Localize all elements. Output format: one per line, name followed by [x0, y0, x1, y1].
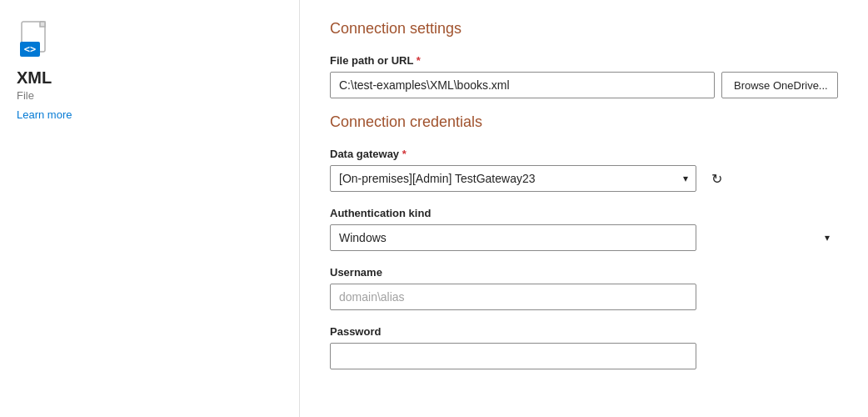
- file-path-input[interactable]: [330, 72, 715, 98]
- xml-file-icon: <>: [17, 20, 57, 60]
- file-path-label: File path or URL *: [330, 54, 838, 67]
- auth-kind-select-wrapper: Windows Basic Anonymous ▾: [330, 224, 838, 251]
- auth-kind-label: Authentication kind: [330, 207, 838, 219]
- data-gateway-row: [On-premises][Admin] TestGateway23 (none…: [330, 165, 838, 192]
- refresh-icon: ↻: [711, 171, 722, 187]
- password-label: Password: [330, 325, 838, 338]
- sidebar-subtitle: File: [17, 89, 34, 102]
- username-input[interactable]: [330, 284, 696, 310]
- svg-text:<>: <>: [24, 43, 36, 55]
- learn-more-link[interactable]: Learn more: [17, 108, 72, 121]
- browse-onedrive-button[interactable]: Browse OneDrive...: [721, 72, 838, 98]
- password-input[interactable]: [330, 343, 696, 369]
- data-gateway-select-wrapper: [On-premises][Admin] TestGateway23 (none…: [330, 165, 696, 192]
- data-gateway-required: *: [402, 148, 407, 160]
- connection-credentials-title: Connection credentials: [330, 113, 838, 131]
- sidebar-title: XML: [17, 68, 52, 88]
- auth-kind-select[interactable]: Windows Basic Anonymous: [330, 224, 696, 251]
- refresh-gateway-button[interactable]: ↻: [703, 165, 730, 192]
- password-group: Password: [330, 325, 838, 369]
- data-gateway-select[interactable]: [On-premises][Admin] TestGateway23 (none…: [330, 165, 696, 192]
- sidebar: <> XML File Learn more: [0, 0, 300, 417]
- main-content: Connection settings File path or URL * B…: [300, 0, 868, 417]
- auth-kind-group: Authentication kind Windows Basic Anonym…: [330, 207, 838, 251]
- data-gateway-label: Data gateway *: [330, 148, 838, 160]
- connection-settings-section: Connection settings File path or URL * B…: [330, 20, 838, 98]
- file-path-group: File path or URL * Browse OneDrive...: [330, 54, 838, 98]
- username-label: Username: [330, 266, 838, 279]
- username-group: Username: [330, 266, 838, 310]
- connection-settings-title: Connection settings: [330, 20, 838, 38]
- file-path-row: Browse OneDrive...: [330, 72, 838, 98]
- data-gateway-group: Data gateway * [On-premises][Admin] Test…: [330, 148, 838, 192]
- file-path-required: *: [417, 54, 421, 67]
- auth-kind-chevron-icon: ▾: [825, 232, 830, 244]
- connection-credentials-section: Connection credentials Data gateway * [O…: [330, 113, 838, 369]
